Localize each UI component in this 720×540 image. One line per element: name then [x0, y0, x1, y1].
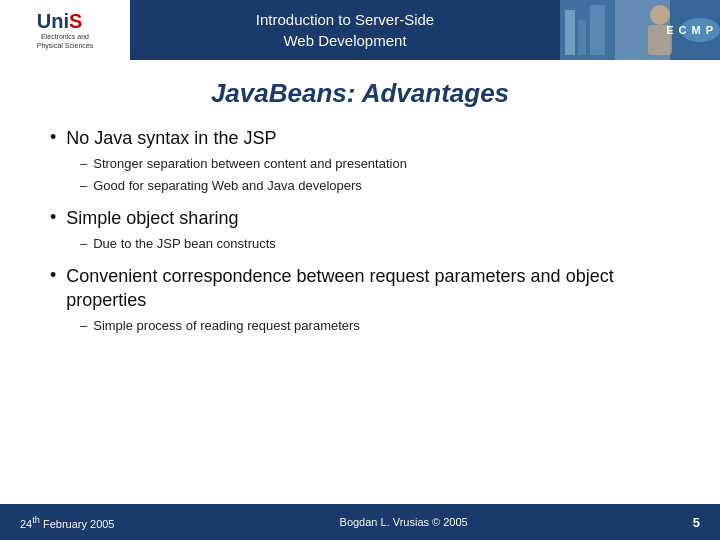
header-photo: E C M P [560, 0, 720, 60]
photo-letters: E C M P [666, 24, 714, 36]
sub-bullets-3: – Simple process of reading request para… [80, 317, 670, 335]
sub-bullet-1-1: – Stronger separation between content an… [80, 155, 670, 173]
header: Uni S Electronics and Physical Sciences … [0, 0, 720, 60]
bullet-item-3: • Convenient correspondence between requ… [50, 265, 670, 335]
bullet-text-3: Convenient correspondence between reques… [66, 265, 670, 312]
slide-title: JavaBeans: Advantages [0, 60, 720, 119]
header-title: Introduction to Server-Side Web Developm… [130, 9, 560, 51]
slide: Uni S Electronics and Physical Sciences … [0, 0, 720, 540]
content-area: • No Java syntax in the JSP – Stronger s… [0, 119, 720, 355]
svg-rect-6 [590, 5, 605, 55]
svg-rect-4 [565, 10, 575, 55]
sub-bullets-2: – Due to the JSP bean constructs [80, 235, 670, 253]
bullet-item-1: • No Java syntax in the JSP – Stronger s… [50, 127, 670, 195]
footer-date: 24th February 2005 [20, 515, 115, 530]
logo-uni-text: Uni [37, 10, 69, 33]
footer: 24th February 2005 Bogdan L. Vrusias © 2… [0, 504, 720, 540]
svg-point-7 [650, 5, 670, 25]
sub-bullets-1: – Stronger separation between content an… [80, 155, 670, 194]
bullet-dot-3: • [50, 265, 56, 286]
logo-area: Uni S Electronics and Physical Sciences [0, 0, 130, 60]
sub-bullet-2-1: – Due to the JSP bean constructs [80, 235, 670, 253]
sub-bullet-3-1: – Simple process of reading request para… [80, 317, 670, 335]
bullet-text-1: No Java syntax in the JSP [66, 127, 276, 150]
footer-author: Bogdan L. Vrusias © 2005 [340, 516, 468, 528]
footer-page: 5 [693, 515, 700, 530]
bullet-dot-2: • [50, 207, 56, 228]
bullet-item-2: • Simple object sharing – Due to the JSP… [50, 207, 670, 254]
logo-s-text: S [69, 10, 82, 33]
sub-bullet-1-2: – Good for separating Web and Java devel… [80, 177, 670, 195]
logo-sub: Electronics and Physical Sciences [37, 33, 93, 50]
svg-rect-5 [578, 20, 586, 55]
bullet-dot-1: • [50, 127, 56, 148]
bullet-text-2: Simple object sharing [66, 207, 238, 230]
